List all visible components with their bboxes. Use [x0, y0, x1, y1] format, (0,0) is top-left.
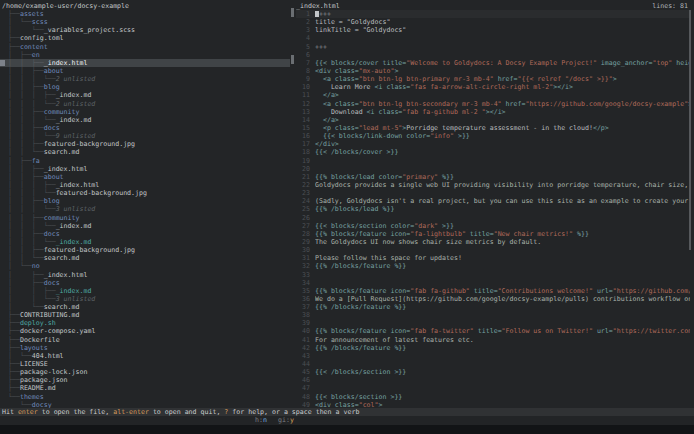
- tree-file-name: _index.md: [56, 91, 92, 99]
- tree-row[interactable]: ├──content: [0, 43, 290, 51]
- preview-scrollbar-thumb[interactable]: [689, 10, 691, 250]
- tree-row[interactable]: │ │ │ ├──_index.html: [0, 181, 290, 189]
- tree-row[interactable]: │ │ │ └──_index.md: [0, 116, 290, 124]
- line-content: [315, 157, 690, 165]
- tree-branch-lines: │ │ ├──: [8, 67, 44, 75]
- tree-row[interactable]: │ │ │ ├──_index.md: [0, 91, 290, 99]
- tree-branch-lines: │ │ ├──: [8, 197, 44, 205]
- input-bar[interactable]: :e h:n gi:y: [0, 416, 694, 425]
- preview-panel[interactable]: _index.html lines: 81 1+++2title = "Gold…: [296, 0, 694, 408]
- tree-branch-lines: │ │ │ └──: [8, 205, 56, 213]
- preview-line: 48{{< blocks/section >}}: [296, 393, 690, 401]
- flag-gitignore[interactable]: gi:y: [278, 416, 294, 425]
- tree-row[interactable]: │ ├──en: [0, 51, 290, 59]
- tree-row[interactable]: │ │ ├──featured-background.jpg: [0, 246, 290, 254]
- tree-row[interactable]: │ │ ├──docs: [0, 124, 290, 132]
- tree-file-name: _index.html: [44, 165, 88, 173]
- tree-row[interactable]: │ ├──fa: [0, 157, 290, 165]
- tree-row[interactable]: └──themes: [0, 393, 290, 401]
- line-content: +++: [315, 10, 690, 18]
- tree-row[interactable]: │ └──scss: [0, 18, 290, 26]
- line-content: Please follow this space for updates!: [315, 254, 690, 262]
- tree-row[interactable]: │ │ │ └──_index.md: [0, 222, 290, 230]
- line-number: 47: [296, 384, 310, 392]
- line-number: 46: [296, 376, 310, 384]
- tree-unlisted-count: 2 unlisted: [56, 100, 96, 108]
- tree-row[interactable]: │ │ ├──_index.html: [0, 59, 290, 67]
- status-text: to open and quit,: [149, 408, 224, 416]
- tree-file-name: deploy.sh: [20, 319, 56, 327]
- tree-scrollbar-thumb-top[interactable]: [291, 8, 294, 17]
- tree-row[interactable]: │ └──search.md: [0, 303, 290, 311]
- tree-row[interactable]: │ │ ├──about: [0, 67, 290, 75]
- tree-row[interactable]: ├──assets: [0, 10, 290, 18]
- preview-line: 40{{% blocks/feature icon="fab fa-twitte…: [296, 327, 690, 335]
- tree-row[interactable]: │ └──404.html: [0, 352, 290, 360]
- line-content: {{< blocks/section color="dark" >}}: [315, 222, 690, 230]
- tree-row[interactable]: ├──docker-compose.yaml: [0, 327, 290, 335]
- tree-row[interactable]: │ │ ├──_index.html: [0, 165, 290, 173]
- preview-line: 2title = "Goldydocs": [296, 18, 690, 26]
- tree-row[interactable]: │ ├──_index.html: [0, 271, 290, 279]
- tree-row[interactable]: │ │ ├──_index.md: [0, 287, 290, 295]
- preview-line: 38: [296, 311, 690, 319]
- tree-branch-lines: ├──: [8, 319, 20, 327]
- preview-filename: _index.html: [296, 2, 340, 10]
- tree-row[interactable]: ├──CONTRIBUTING.md: [0, 311, 290, 319]
- tree-row[interactable]: │ │ │ └──2 unlisted: [0, 100, 290, 108]
- root-path: /home/example-user/docsy-example: [2, 2, 129, 10]
- tree-row[interactable]: │ └──no: [0, 262, 290, 270]
- line-content: [315, 214, 690, 222]
- line-content: [315, 279, 690, 287]
- tree-row[interactable]: │ │ └──search.md: [0, 148, 290, 156]
- tree-row[interactable]: │ │ │ └──featured-background.jpg: [0, 189, 290, 197]
- tree-row[interactable]: │ └──_variables_project.scss: [0, 26, 290, 34]
- tree-row[interactable]: │ │ │ └──3 unlisted: [0, 205, 290, 213]
- flag-hidden[interactable]: h:n: [255, 416, 267, 425]
- tree-row[interactable]: ├──deploy.sh: [0, 319, 290, 327]
- tree-row[interactable]: │ │ └──3 unlisted: [0, 295, 290, 303]
- line-number: 19: [296, 157, 310, 165]
- tree-row[interactable]: ├──config.toml: [0, 34, 290, 42]
- preview-line: 10 Learn More <i class="fas fa-arrow-alt…: [296, 83, 690, 91]
- tree-file-name: search.md: [44, 254, 80, 262]
- line-content: <p class="lead mt-5">Porridge temperatur…: [315, 124, 690, 132]
- tree-row[interactable]: │ │ │ └──_index.md: [0, 238, 290, 246]
- tree-row[interactable]: │ │ │ └──9 unlisted: [0, 132, 290, 140]
- preview-header: _index.html lines: 81: [296, 2, 688, 10]
- tree-row[interactable]: │ │ ├──community: [0, 214, 290, 222]
- line-number: 42: [296, 344, 310, 352]
- line-content: <a class="btn btn-lg btn-secondary mr-3 …: [315, 100, 690, 108]
- tree-branch-lines: ├──: [8, 311, 20, 319]
- tree-file-name: _index.md: [56, 222, 92, 230]
- tree-file-name: _variables_project.scss: [44, 26, 135, 34]
- tree-row[interactable]: ├──Dockerfile: [0, 336, 290, 344]
- line-number: 34: [296, 279, 310, 287]
- line-content: </a>: [315, 116, 690, 124]
- tree-dir-name: fa: [32, 157, 40, 165]
- tree-row[interactable]: ├──README.md: [0, 384, 290, 392]
- tree-file-name: _index.html: [44, 271, 88, 279]
- tree-file-name: CONTRIBUTING.md: [20, 311, 80, 319]
- tree-row[interactable]: │ ├──docs: [0, 279, 290, 287]
- tree-row[interactable]: ├──LICENSE: [0, 360, 290, 368]
- tree-unlisted-count: 3 unlisted: [56, 295, 96, 303]
- tree-row[interactable]: │ │ ├──docs: [0, 230, 290, 238]
- preview-line: 47: [296, 384, 690, 392]
- tree-row[interactable]: │ │ └──search.md: [0, 254, 290, 262]
- tree-row[interactable]: ├──package-lock.json: [0, 368, 290, 376]
- tree-row[interactable]: │ │ ├──featured-background.jpg: [0, 140, 290, 148]
- line-content: Goldydocs provides a single web UI provi…: [315, 181, 690, 189]
- tree-row[interactable]: ├──layouts: [0, 344, 290, 352]
- line-content: {{% blocks/feature icon="fab fa-twitter"…: [315, 327, 690, 335]
- tree-row[interactable]: │ │ ├──community: [0, 108, 290, 116]
- preview-line: 28{{% blocks/feature icon="fa-lightbulb"…: [296, 230, 690, 238]
- tree-row[interactable]: │ │ │ └──2 unlisted: [0, 75, 290, 83]
- preview-line: 12 <a class="btn btn-lg btn-secondary mr…: [296, 100, 690, 108]
- tree-scrollbar-thumb[interactable]: [291, 55, 294, 64]
- tree-row[interactable]: │ │ ├──blog: [0, 83, 290, 91]
- tree-row[interactable]: │ │ ├──about: [0, 173, 290, 181]
- tree-row[interactable]: │ │ ├──blog: [0, 197, 290, 205]
- tree-dir-name: themes: [20, 393, 44, 401]
- tree-row[interactable]: ├──package.json: [0, 376, 290, 384]
